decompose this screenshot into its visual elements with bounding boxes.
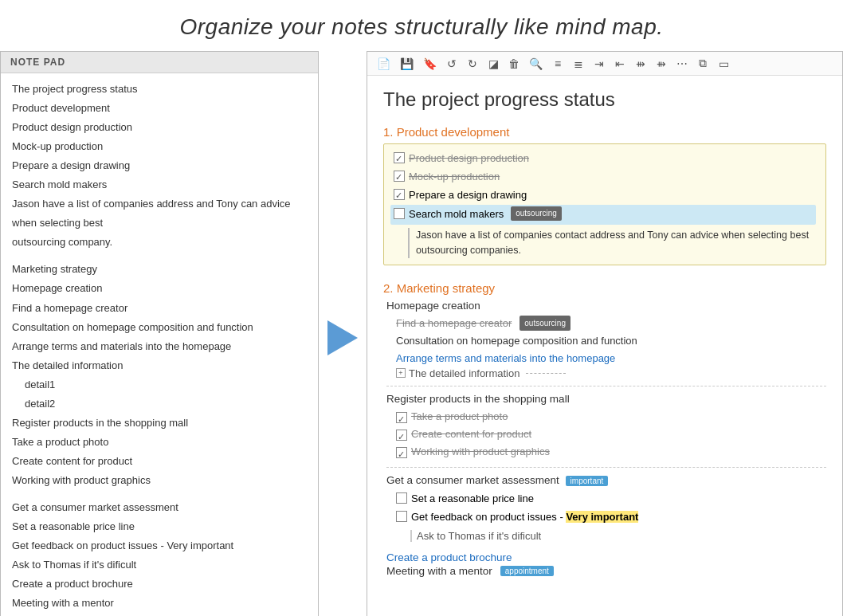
subsection-homepage: Homepage creation xyxy=(386,300,826,312)
tag-appointment: appointment xyxy=(500,566,554,576)
task-graphics: Working with product graphics xyxy=(386,443,826,461)
checkbox-design-drawing[interactable] xyxy=(394,189,405,200)
task-label: Search mold makers xyxy=(409,206,504,223)
list-item: detail1 xyxy=(12,375,307,394)
list-item: Jason have a list of companies address a… xyxy=(12,194,307,214)
indent-increase-icon[interactable]: ⇥ xyxy=(590,56,608,72)
checkbox-feedback[interactable] xyxy=(396,511,407,522)
tag-important: important xyxy=(566,476,609,486)
link-brochure[interactable]: Create a product brochure xyxy=(386,551,826,563)
task-feedback: Get feedback on product issues - Very im… xyxy=(386,509,826,526)
more-icon[interactable]: ⋯ xyxy=(673,56,691,72)
task-label: Get feedback on product issues - Very im… xyxy=(411,509,638,526)
notepad-body: The project progress status Product deve… xyxy=(1,73,318,616)
task-label: Take a product photo xyxy=(411,408,508,426)
task-design-drawing: Prepare a design drawing xyxy=(394,187,816,204)
list-item: Working with product graphics xyxy=(12,471,307,490)
task-arrange-terms[interactable]: Arrange terms and materials into the hom… xyxy=(386,350,826,367)
undo-icon[interactable]: ↺ xyxy=(443,56,461,72)
task-price-line: Set a reasonable price line xyxy=(386,491,826,508)
divider1 xyxy=(386,386,826,386)
notepad-header: NOTE PAD xyxy=(1,52,318,73)
list-item: The project progress status xyxy=(12,80,307,99)
list-item: Create content for product xyxy=(12,452,307,471)
divider2 xyxy=(386,467,826,468)
save-icon[interactable]: 💾 xyxy=(397,56,417,72)
list-item: Consultation on homepage composition and… xyxy=(12,318,307,337)
task-detailed-info: + The detailed information xyxy=(386,367,826,379)
section1-title: 1. Product development xyxy=(383,125,826,139)
note-outsourcing: Jason have a list of companies contact a… xyxy=(408,228,816,258)
task-consultation: Consultation on homepage composition and… xyxy=(386,332,826,350)
list-item: The detailed information xyxy=(12,356,307,375)
task-mockup: Mock-up production xyxy=(394,169,816,186)
doc-title: The project progress status xyxy=(383,88,826,111)
task-label: Set a reasonable price line xyxy=(411,491,534,508)
checkbox-content[interactable] xyxy=(396,430,407,441)
indent-decrease-icon[interactable]: ⇤ xyxy=(611,56,629,72)
arrow-container xyxy=(319,51,367,616)
list-item: Ask to Thomas if it's dificult xyxy=(12,555,307,575)
checkbox-mockup[interactable] xyxy=(394,171,405,182)
list-icon[interactable]: ≡ xyxy=(549,56,567,72)
list2-icon[interactable]: ≣ xyxy=(570,56,587,72)
new-file-icon[interactable]: 📄 xyxy=(374,56,394,72)
task-create-content: Create content for product xyxy=(386,426,826,443)
task-label: Product design production xyxy=(409,151,529,167)
editor-panel: 📄 💾 🔖 ↺ ↻ ◪ 🗑 🔍 ≡ ≣ ⇥ ⇤ ⇻ ⇻ ⋯ ⧉ ▭ The pr… xyxy=(367,51,843,616)
layers-icon[interactable]: ◪ xyxy=(484,56,502,72)
list-item: Create a product brochure xyxy=(12,575,307,594)
page-heading: Organize your notes structurally like mi… xyxy=(0,0,843,51)
consumer-label: Get a consumer market assessment xyxy=(386,474,559,486)
section2-box: Homepage creation Find a homepage creato… xyxy=(383,300,826,577)
checkbox-graphics[interactable] xyxy=(396,447,407,458)
list-item: when selecting best xyxy=(12,214,307,233)
meeting-label: Meeting with a mentor xyxy=(386,565,492,577)
list-item: Product development xyxy=(12,99,307,118)
list-item: Search mold makers xyxy=(12,175,307,194)
highlight-very-important: Very important xyxy=(566,511,638,523)
list-item: Register products in the shopping mall xyxy=(12,414,307,433)
checkbox-search-mold[interactable] xyxy=(394,208,405,219)
checkbox-photo[interactable] xyxy=(396,412,407,423)
format1-icon[interactable]: ⇻ xyxy=(632,56,649,72)
task-label: Prepare a design drawing xyxy=(409,187,527,204)
bookmark-icon[interactable]: 🔖 xyxy=(420,56,440,72)
copy-icon[interactable]: ⧉ xyxy=(694,55,712,72)
task-label: Find a homepage creator xyxy=(396,315,512,332)
task-thomas: Ask to Thomas if it's dificult xyxy=(386,528,826,545)
task-search-mold: Search mold makers outsourcing xyxy=(390,205,816,225)
list-item: Homepage creation xyxy=(12,279,307,298)
list-item: Arrange terms and materials into the hom… xyxy=(12,337,307,356)
format2-icon[interactable]: ⇻ xyxy=(653,56,670,72)
list-item: Prepare a design drawing xyxy=(12,156,307,175)
checkbox-product-design[interactable] xyxy=(394,152,405,163)
list-item: Set a reasonable price line xyxy=(12,517,307,536)
section-marketing-strategy: 2. Marketing strategy Homepage creation … xyxy=(383,281,826,577)
delete-icon[interactable]: 🗑 xyxy=(505,56,523,72)
expand-icon[interactable]: ▭ xyxy=(715,56,732,72)
redo-icon[interactable]: ↻ xyxy=(464,56,481,72)
toolbar: 📄 💾 🔖 ↺ ↻ ◪ 🗑 🔍 ≡ ≣ ⇥ ⇤ ⇻ ⇻ ⋯ ⧉ ▭ xyxy=(367,52,842,76)
collapse-icon[interactable]: + xyxy=(396,368,406,378)
task-label: Working with product graphics xyxy=(411,443,550,461)
checkbox-price[interactable] xyxy=(396,492,407,504)
task-label: The detailed information xyxy=(409,367,520,379)
consumer-section: Get a consumer market assessment importa… xyxy=(386,474,826,486)
tag-outsourcing: outsourcing xyxy=(511,206,562,221)
notepad-panel: NOTE PAD The project progress status Pro… xyxy=(0,51,319,616)
editor-content: The project progress status 1. Product d… xyxy=(367,76,842,616)
list-item: Marketing strategy xyxy=(12,260,307,279)
list-item: outsourcing company. xyxy=(12,233,307,252)
task-find-creator: Find a homepage creator outsourcing xyxy=(386,315,826,332)
list-item: Product design production xyxy=(12,118,307,137)
list-item: Find a homepage creator xyxy=(12,299,307,318)
list-item: Take a product photo xyxy=(12,433,307,452)
list-item: detail2 xyxy=(12,394,307,414)
search-icon[interactable]: 🔍 xyxy=(526,56,546,72)
section2-title: 2. Marketing strategy xyxy=(383,281,826,295)
list-item: Get a consumer market assessment xyxy=(12,498,307,517)
tag-outsourcing2: outsourcing xyxy=(520,316,570,331)
meeting-row: Meeting with a mentor appointment xyxy=(386,565,826,577)
section-product-development: 1. Product development Product design pr… xyxy=(383,125,826,265)
